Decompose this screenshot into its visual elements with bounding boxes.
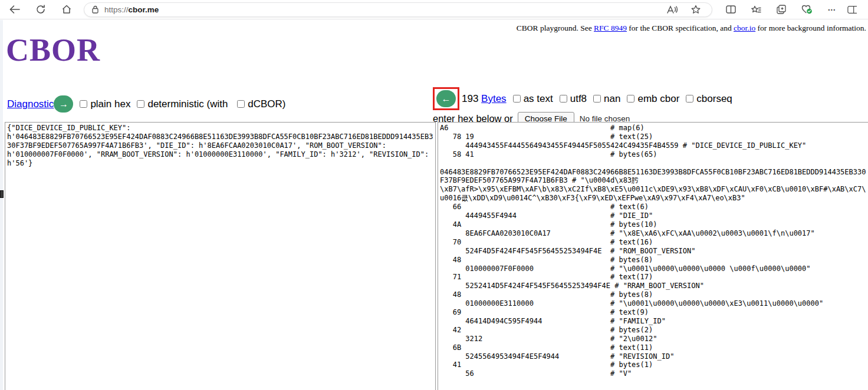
bytes-controls-row1: ← 193 Bytes as text utf8 nan emb cbor [433,87,732,110]
cbor-io-link[interactable]: cbor.io [734,24,755,32]
split-screen-icon[interactable] [721,2,741,17]
address-bar-actions [662,2,706,17]
cbor-me-page: https://cbor.me ⋯ [0,0,868,390]
deterministic-checkbox[interactable] [137,100,144,108]
checkbox-plain-hex[interactable]: plain hex [80,98,130,110]
left-arrow-icon: ← [442,94,451,104]
bytes-textarea[interactable]: A6 # map(6) 78 19 # text(25) 444943455F4… [438,122,868,390]
checkbox-emb-cbor[interactable]: emb cbor [627,93,679,105]
bytes-controls: ← 193 Bytes as text utf8 nan emb cbor [433,87,732,125]
address-bar[interactable]: https://cbor.me [84,2,712,17]
byte-count: 193 [462,93,481,105]
note-part3: for more background information. [755,24,866,32]
cborseq-checkbox[interactable] [686,95,693,103]
plain-hex-label: plain hex [90,98,130,110]
read-aloud-icon[interactable] [662,2,682,17]
plain-hex-checkbox[interactable] [80,100,87,108]
as-text-label: as text [524,93,553,105]
note-part2: for the CBOR specification, and [627,24,734,32]
browser-toolbar: https://cbor.me ⋯ [0,0,868,19]
refresh-icon[interactable] [31,2,51,17]
left-edge-strip [0,20,3,390]
nan-checkbox[interactable] [593,95,601,103]
settings-more-icon[interactable]: ⋯ [822,2,842,17]
annotation-red-box: ← [433,87,459,110]
convert-to-diagnostic-button[interactable]: ← [436,90,456,107]
diagnostic-controls: Diagnostic → plain hex deterministic (wi… [7,95,285,113]
convert-to-bytes-button[interactable]: → [54,95,73,113]
url-scheme: https:// [104,5,129,14]
as-text-checkbox[interactable] [513,95,521,103]
checkbox-dcbor[interactable]: dCBOR) [237,98,285,110]
dcbor-checkbox[interactable] [237,100,245,108]
utf8-label: utf8 [570,93,587,105]
checkbox-utf8[interactable]: utf8 [560,93,587,105]
emb-cbor-checkbox[interactable] [627,95,634,103]
left-edge-handle[interactable] [0,190,4,198]
deterministic-label: deterministic (with [147,98,231,110]
checkbox-deterministic[interactable]: deterministic (with [137,98,231,110]
toolbar-left-group [5,2,77,17]
home-icon[interactable] [57,2,77,17]
note-part1: CBOR playground. See [517,24,594,32]
favorite-star-icon[interactable] [686,2,706,17]
checkbox-cborseq[interactable]: cborseq [686,93,732,105]
diagnostic-link[interactable]: Diagnostic [7,98,54,110]
cborseq-label: cborseq [696,93,732,105]
more-dots-glyph: ⋯ [828,5,837,14]
diagnostic-textarea[interactable]: {"DICE_DEVICE_ID_PUBLIC_KEY": h'046483E8… [5,122,436,390]
lock-icon[interactable] [90,2,100,17]
bytes-link[interactable]: Bytes [481,93,507,105]
page-title: CBOR [6,33,100,68]
dcbor-label: dCBOR) [248,98,285,110]
emb-cbor-label: emb cbor [637,93,679,105]
browser-essentials-icon[interactable] [797,2,817,17]
url-domain: cbor.me [129,5,159,14]
url-text[interactable]: https://cbor.me [104,5,662,14]
rfc-8949-link[interactable]: RFC 8949 [594,24,627,32]
checkbox-as-text[interactable]: as text [513,93,553,105]
tab-actions-icon[interactable] [771,2,791,17]
sidebar-partial-icon[interactable] [847,2,857,17]
right-arrow-icon: → [59,100,68,109]
intro-note: CBOR playground. See RFC 8949 for the CB… [517,24,866,33]
nan-label: nan [604,93,620,105]
collections-icon[interactable] [746,2,766,17]
back-icon[interactable] [5,2,25,17]
toolbar-right-group: ⋯ [721,2,857,17]
utf8-checkbox[interactable] [560,95,567,103]
checkbox-nan[interactable]: nan [593,93,620,105]
